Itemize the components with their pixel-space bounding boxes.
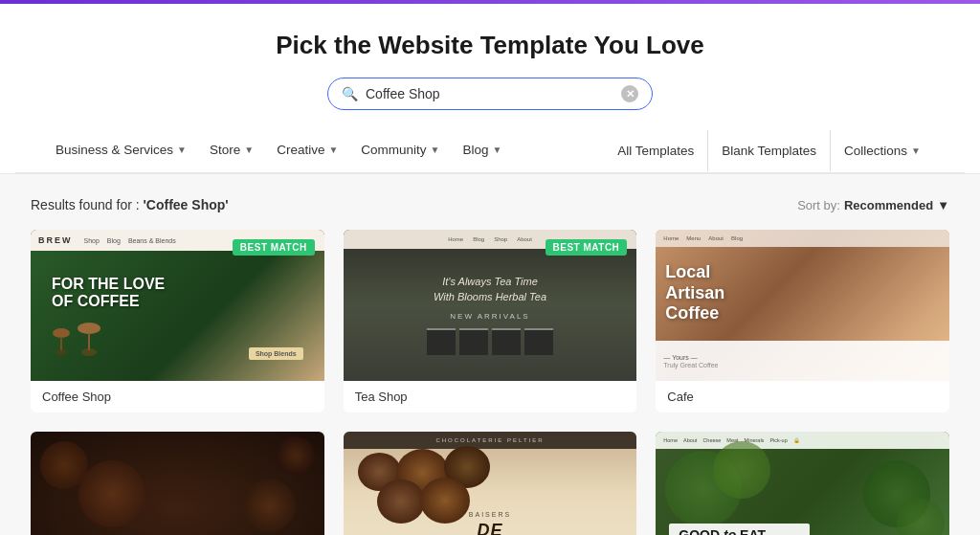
template-card-cafe[interactable]: Home Menu About Blog LocalArtisanCoffee …	[656, 230, 949, 412]
page-title: Pick the Website Template You Love	[15, 31, 965, 60]
nav-item-business[interactable]: Business & Services ▼	[46, 129, 196, 172]
good-eat-title: GOOD to EAT	[679, 528, 799, 535]
cafe-top-bar: Home Menu About Blog	[656, 230, 949, 247]
svg-point-2	[56, 349, 67, 355]
cafe-bottom-sub: Truly Great Coffee	[663, 362, 942, 368]
svg-rect-1	[60, 337, 62, 350]
nav-item-blog[interactable]: Blog ▼	[454, 129, 512, 172]
coffee-hero-text: FOR THE LOVEOF COFFEE	[52, 276, 303, 311]
nav-all-templates[interactable]: All Templates	[604, 130, 707, 171]
chevron-down-icon: ▼	[937, 198, 949, 212]
template-card-good-eat[interactable]: Home About Cheese Meat Minerals Pick-up …	[656, 432, 949, 535]
card-image-baisers: CHOCOLATERIE PELTIER BAISERS DECHOCOLAT	[344, 432, 637, 535]
main-nav: Business & Services ▼ Store ▼ Creative ▼…	[15, 129, 965, 173]
card-image-coffee-shop: BREW Shop Blog Beans & Blends FOR THE LO…	[31, 230, 324, 381]
good-eat-box: GOOD to EAT Specialties and sweets for t…	[669, 524, 809, 535]
header: Pick the Website Template You Love 🔍 ✕ B…	[0, 4, 980, 174]
brew-nav: Shop Blog Beans & Blends	[84, 237, 176, 244]
template-card-baisers[interactable]: CHOCOLATERIE PELTIER BAISERS DECHOCOLAT	[344, 432, 637, 535]
sort-dropdown[interactable]: Sort by: Recommended ▼	[797, 198, 949, 212]
choc-store-name: CHOCOLATERIE PELTIER	[344, 432, 637, 449]
card-label-cafe: Cafe	[656, 381, 949, 412]
nav-blank-templates[interactable]: Blank Templates	[707, 130, 830, 171]
template-card-tea-shop[interactable]: Home Blog Shop About It's Always Tea Tim…	[344, 230, 637, 412]
svg-rect-4	[88, 333, 90, 350]
choc-light-title: DECHOCOLAT	[438, 522, 543, 535]
nav-collections[interactable]: Collections ▼	[830, 130, 934, 171]
chevron-down-icon: ▼	[493, 145, 502, 155]
search-input[interactable]	[366, 86, 621, 101]
cafe-hero-text: LocalArtisanCoffee	[665, 262, 940, 324]
tea-hero-text: It's Always Tea TimeWith Blooms Herbal T…	[434, 275, 546, 304]
brew-logo: BREW	[38, 235, 73, 245]
svg-point-3	[78, 323, 100, 334]
shop-blends-button: Shop Blends	[249, 347, 303, 360]
card-image-chocolat-reves: Chocolat de rêves	[31, 432, 324, 535]
results-label: Results found for : 'Coffee Shop'	[31, 197, 229, 212]
chevron-down-icon: ▼	[177, 145, 187, 155]
nav-left: Business & Services ▼ Store ▼ Creative ▼…	[46, 129, 604, 172]
chevron-down-icon: ▼	[431, 145, 440, 155]
svg-point-0	[53, 328, 70, 338]
card-label-tea-shop: Tea Shop	[344, 381, 637, 412]
search-clear-button[interactable]: ✕	[621, 85, 638, 102]
svg-point-5	[81, 348, 97, 356]
nav-item-store[interactable]: Store ▼	[200, 129, 263, 172]
main-content: Results found for : 'Coffee Shop' Sort b…	[0, 174, 980, 535]
cafe-bottom: — Yours — Truly Great Coffee	[656, 341, 949, 381]
tea-arrivals-label: New Arrivals	[450, 312, 529, 321]
card-image-good-eat: Home About Cheese Meat Minerals Pick-up …	[656, 432, 949, 535]
choc-light-sub: BAISERS	[469, 511, 511, 518]
cafe-bottom-label: — Yours —	[663, 354, 942, 361]
search-icon: 🔍	[342, 86, 358, 101]
card-image-cafe: Home Menu About Blog LocalArtisanCoffee …	[656, 230, 949, 381]
card-label-coffee-shop: Coffee Shop	[31, 381, 324, 412]
chevron-down-icon: ▼	[244, 145, 254, 155]
tea-products	[427, 328, 553, 355]
chevron-down-icon: ▼	[328, 145, 338, 155]
search-bar: 🔍 ✕	[327, 78, 653, 110]
nav-item-creative[interactable]: Creative ▼	[267, 129, 347, 172]
card-image-tea-shop: Home Blog Shop About It's Always Tea Tim…	[344, 230, 637, 381]
best-match-badge: BEST MATCH	[546, 239, 628, 256]
nav-right: All Templates Blank Templates Collection…	[604, 130, 934, 171]
template-card-chocolat-reves[interactable]: Chocolat de rêves Chocolat de rêves	[31, 432, 324, 535]
stool-icon-1	[52, 327, 71, 360]
template-grid: BREW Shop Blog Beans & Blends FOR THE LO…	[31, 230, 949, 535]
best-match-badge: BEST MATCH	[233, 239, 315, 256]
green-top-bar: Home About Cheese Meat Minerals Pick-up …	[656, 432, 949, 449]
stool-icon-2	[77, 322, 101, 360]
chevron-down-icon: ▼	[911, 145, 921, 156]
nav-item-community[interactable]: Community ▼	[351, 129, 449, 172]
template-card-coffee-shop[interactable]: BREW Shop Blog Beans & Blends FOR THE LO…	[31, 230, 324, 412]
results-header: Results found for : 'Coffee Shop' Sort b…	[31, 197, 949, 212]
